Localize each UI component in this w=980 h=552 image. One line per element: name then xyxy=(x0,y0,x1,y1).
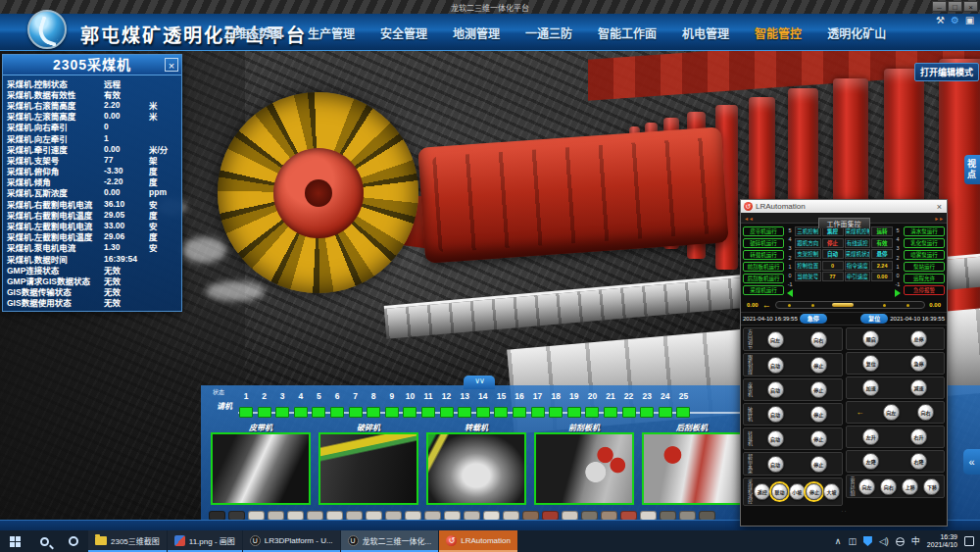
lr-titlebar[interactable]: ↺ LRAutomation × xyxy=(741,200,947,213)
nav-item-6[interactable]: 智能工作面 xyxy=(598,25,657,41)
start-button[interactable] xyxy=(0,530,29,552)
support-status-block[interactable] xyxy=(440,407,454,418)
nav-item-1[interactable]: 三维态势图 xyxy=(223,25,282,41)
support-status-block[interactable] xyxy=(494,407,508,418)
tray-expand-icon[interactable]: ∧ xyxy=(835,530,842,552)
support-status-block[interactable] xyxy=(349,407,363,418)
tab-workface-control[interactable]: 工作面集控 xyxy=(818,218,870,228)
support-status-block[interactable] xyxy=(640,407,654,418)
support-status-block[interactable] xyxy=(403,407,416,418)
support-status-block[interactable] xyxy=(312,407,325,418)
round-button-启动[interactable]: 启动 xyxy=(767,456,784,473)
taskbar-app-5[interactable]: ↺LRAutomation xyxy=(439,530,517,552)
taskbar-app-2[interactable]: 11.png - 画图 xyxy=(168,530,242,552)
tab-arrows-left[interactable]: ◂ ◂ xyxy=(745,215,753,222)
round-button-左升[interactable]: 左升 xyxy=(862,428,879,445)
round-button-急停[interactable]: 急停 xyxy=(910,355,927,372)
round-button-减速[interactable]: 减速 xyxy=(910,379,927,396)
maximize-button[interactable]: □ xyxy=(948,1,962,12)
network-icon[interactable] xyxy=(896,537,905,546)
round-button-停止[interactable]: 停止 xyxy=(810,406,827,423)
tab-arrows-right[interactable]: ▸ ▸ xyxy=(935,215,943,222)
taskbar-app-1[interactable]: 2305三维截图 xyxy=(88,530,167,552)
round-button-停止[interactable]: 停止 xyxy=(810,381,827,398)
taskbar-app-3[interactable]: ULR3DPlatform - U... xyxy=(243,530,340,552)
round-button-左降[interactable]: 左降 xyxy=(862,453,879,470)
lr-status-button-right-3[interactable]: 喷雾泵运行 xyxy=(904,250,945,260)
nav-item-5[interactable]: 一通三防 xyxy=(525,25,572,41)
clock[interactable]: 16:39 2021/4/10 xyxy=(927,533,957,549)
round-button-向左[interactable]: 向左 xyxy=(883,404,900,421)
round-button-启动[interactable]: 启动 xyxy=(767,381,784,398)
lr-status-button-left-6[interactable]: 采煤机运行 xyxy=(743,285,784,295)
round-button-启动[interactable]: 启动 xyxy=(767,357,784,374)
lr-status-button-right-6[interactable]: 急停报警 xyxy=(904,285,945,295)
support-status-block[interactable] xyxy=(585,407,599,418)
display-icon[interactable]: ▣ xyxy=(963,14,976,26)
search-button[interactable] xyxy=(29,530,59,552)
round-button-向左[interactable]: 向左 xyxy=(858,478,875,495)
support-status-block[interactable] xyxy=(549,407,563,418)
lr-status-button-left-4[interactable]: 前刮板机运行 xyxy=(743,262,784,272)
camera-thumb-4[interactable] xyxy=(534,432,634,505)
round-button-上移[interactable]: 上移 xyxy=(902,478,918,495)
reset-button[interactable]: 复位 xyxy=(860,314,888,324)
lr-status-button-left-3[interactable]: 转载机运行 xyxy=(743,250,784,260)
round-button-向左[interactable]: 向左 xyxy=(767,331,784,348)
support-status-block[interactable] xyxy=(367,407,380,418)
lr-status-button-left-2[interactable]: 破碎机运行 xyxy=(743,238,784,248)
support-status-block[interactable] xyxy=(622,407,636,418)
round-button-顺启[interactable]: 顺启 xyxy=(862,330,879,347)
round-button-遥控[interactable]: 遥控 xyxy=(754,483,770,500)
support-status-block[interactable] xyxy=(458,407,471,418)
volume-icon[interactable]: ◁) xyxy=(879,530,889,552)
round-button-停止[interactable]: 停止 xyxy=(810,430,827,447)
estop-button[interactable]: 急停 xyxy=(800,314,827,324)
lr-close-icon[interactable]: × xyxy=(935,202,944,212)
support-status-block[interactable] xyxy=(330,407,344,418)
support-status-block[interactable] xyxy=(294,407,308,418)
gear-icon[interactable]: ⚙ xyxy=(949,14,961,26)
close-button[interactable]: × xyxy=(963,1,978,12)
support-status-block[interactable] xyxy=(659,407,672,418)
camera-thumb-1[interactable] xyxy=(211,432,311,505)
machine-panel-close-icon[interactable]: × xyxy=(165,58,178,72)
camera-thumb-3[interactable] xyxy=(426,432,526,505)
lr-status-button-right-4[interactable]: 泵站运行 xyxy=(904,262,945,272)
round-button-大坡[interactable]: 大坡 xyxy=(823,483,840,500)
round-button-联动[interactable]: 联动 xyxy=(771,483,788,500)
security-shield-icon[interactable] xyxy=(863,536,872,546)
slider-knob[interactable] xyxy=(832,303,854,307)
round-button-启动[interactable]: 启动 xyxy=(767,406,784,423)
support-status-block[interactable] xyxy=(513,407,526,418)
round-button-下移[interactable]: 下移 xyxy=(923,478,940,495)
nav-item-3[interactable]: 安全管理 xyxy=(380,25,427,41)
round-button-加速[interactable]: 加速 xyxy=(862,379,879,396)
round-button-向右[interactable]: 向右 xyxy=(810,331,827,348)
nav-item-8[interactable]: 智能管控 xyxy=(755,25,802,41)
round-button-小坡[interactable]: 小坡 xyxy=(789,483,806,500)
camera-thumb-2[interactable] xyxy=(318,432,418,505)
cortana-button[interactable] xyxy=(59,530,88,552)
support-status-block[interactable] xyxy=(385,407,399,418)
nav-item-7[interactable]: 机电管理 xyxy=(682,25,729,41)
support-status-block[interactable] xyxy=(567,407,581,418)
notification-center-icon[interactable] xyxy=(964,536,974,546)
collapse-panel-button[interactable]: « xyxy=(963,449,980,475)
tools-icon[interactable]: ⚒ xyxy=(934,14,947,26)
position-slider[interactable] xyxy=(775,301,926,309)
lr-status-button-right-2[interactable]: 乳化泵运行 xyxy=(904,238,945,248)
viewpoint-tab[interactable]: 视点 xyxy=(964,155,980,184)
nav-item-9[interactable]: 透明化矿山 xyxy=(827,25,886,41)
round-button-停止[interactable]: 停止 xyxy=(806,483,822,500)
lr-status-button-left-5[interactable]: 后刮板机运行 xyxy=(743,274,784,283)
round-button-向右[interactable]: 向右 xyxy=(880,478,897,495)
support-status-block[interactable] xyxy=(275,407,289,418)
chevron-down-icon[interactable]: ∨∨ xyxy=(464,376,495,389)
nav-item-4[interactable]: 地测管理 xyxy=(453,25,500,41)
open-edit-mode-button[interactable]: 打开编辑模式 xyxy=(914,63,979,81)
ime-indicator[interactable]: 中 xyxy=(911,530,920,552)
round-button-停止[interactable]: 停止 xyxy=(810,456,827,473)
minimize-button[interactable]: – xyxy=(932,1,947,12)
support-status-block[interactable] xyxy=(239,407,253,418)
